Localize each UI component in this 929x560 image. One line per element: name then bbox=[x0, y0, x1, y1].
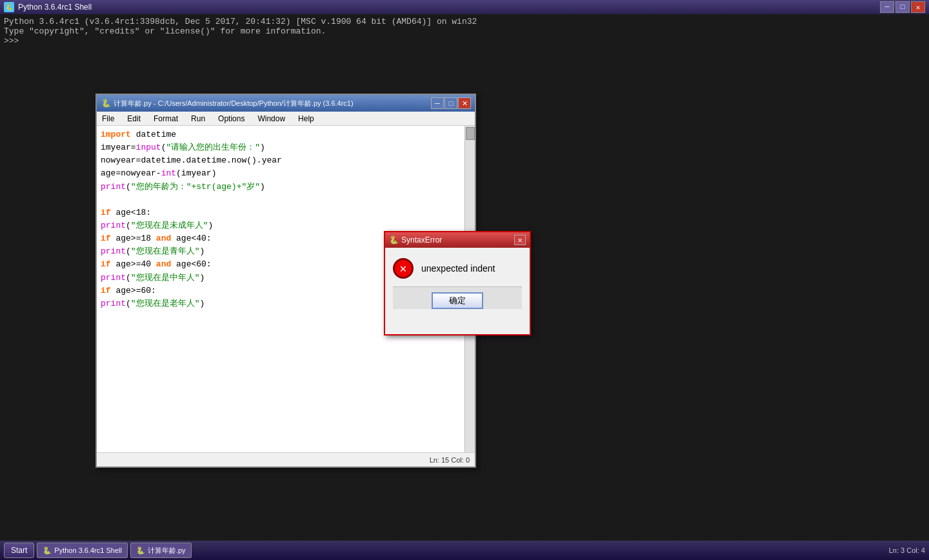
taskbar-shell-item[interactable]: 🐍 Python 3.6.4rc1 Shell bbox=[37, 543, 128, 558]
syntax-dialog-close-button[interactable]: ✕ bbox=[514, 235, 526, 245]
shell-maximize-button[interactable]: □ bbox=[895, 1, 910, 13]
editor-title-text: 计算年龄.py - C:/Users/Administrator/Desktop… bbox=[114, 99, 428, 108]
editor-maximize-button[interactable]: □ bbox=[445, 97, 457, 109]
shell-title-text: Python 3.6.4rc1 Shell bbox=[18, 3, 876, 12]
code-line-4: age=nowyear-int(imyear) bbox=[101, 167, 461, 180]
shell-minimize-button[interactable]: ─ bbox=[880, 1, 894, 13]
shell-titlebar: 🐍 Python 3.6.4rc1 Shell ─ □ ✕ bbox=[0, 0, 929, 14]
error-icon: ✕ bbox=[393, 258, 414, 279]
taskbar-shell-label: Python 3.6.4rc1 Shell bbox=[54, 546, 122, 554]
editor-titlebar: 🐍 计算年龄.py - C:/Users/Administrator/Deskt… bbox=[97, 95, 475, 112]
menu-edit[interactable]: Edit bbox=[125, 113, 143, 125]
syntax-dialog-body: ✕ unexpected indent 确定 bbox=[385, 248, 530, 314]
code-line-5: print("您的年龄为："+str(age)+"岁") bbox=[101, 181, 461, 194]
code-line-1: import datetime bbox=[101, 128, 461, 141]
start-button[interactable]: Start bbox=[4, 543, 34, 558]
shell-line1: Python 3.6.4rc1 (v3.6.4rc1:3398dcb, Dec … bbox=[4, 17, 925, 26]
taskbar-status: Ln: 3 Col: 4 bbox=[889, 546, 925, 554]
menu-file[interactable]: File bbox=[99, 113, 117, 125]
shell-window-buttons: ─ □ ✕ bbox=[880, 1, 925, 13]
menu-options[interactable]: Options bbox=[215, 113, 247, 125]
code-line-empty bbox=[101, 194, 461, 206]
menu-help[interactable]: Help bbox=[295, 113, 317, 125]
syntax-dialog-titlebar: 🐍 SyntaxError ✕ bbox=[385, 232, 530, 248]
editor-close-button[interactable]: ✕ bbox=[458, 97, 471, 109]
syntax-error-dialog: 🐍 SyntaxError ✕ ✕ unexpected indent 确定 bbox=[384, 231, 531, 335]
taskbar-editor-label: 计算年龄.py bbox=[148, 546, 186, 555]
editor-status-text: Ln: 15 Col: 0 bbox=[430, 456, 470, 464]
taskbar-bottom: Start 🐍 Python 3.6.4rc1 Shell 🐍 计算年龄.py … bbox=[0, 541, 929, 560]
taskbar-shell-icon: 🐍 bbox=[43, 546, 52, 555]
editor-menubar: File Edit Format Run Options Window Help bbox=[97, 112, 475, 126]
error-message-text: unexpected indent bbox=[421, 263, 495, 274]
editor-statusbar: Ln: 15 Col: 0 bbox=[97, 452, 475, 466]
editor-window-buttons: ─ □ ✕ bbox=[431, 97, 471, 109]
menu-format[interactable]: Format bbox=[151, 113, 181, 125]
syntax-message-row: ✕ unexpected indent bbox=[393, 258, 522, 279]
code-line-2: imyear=input("请输入您的出生年份：") bbox=[101, 141, 461, 154]
syntax-dialog-footer: 确定 bbox=[393, 286, 522, 309]
syntax-ok-button[interactable]: 确定 bbox=[432, 292, 483, 309]
editor-minimize-button[interactable]: ─ bbox=[431, 97, 444, 109]
shell-title-icon: 🐍 bbox=[4, 2, 14, 12]
menu-run[interactable]: Run bbox=[188, 113, 208, 125]
syntax-dialog-title: SyntaxError bbox=[401, 235, 512, 245]
code-line-6: if age<18: bbox=[101, 206, 461, 219]
taskbar-editor-icon: 🐍 bbox=[136, 546, 145, 555]
shell-line2: Type "copyright", "credits" or "license(… bbox=[4, 26, 925, 36]
editor-title-icon: 🐍 bbox=[101, 98, 111, 108]
syntax-title-icon: 🐍 bbox=[389, 235, 399, 245]
menu-window[interactable]: Window bbox=[255, 113, 288, 125]
shell-line3: >>> bbox=[4, 36, 925, 46]
shell-close-button[interactable]: ✕ bbox=[911, 1, 925, 13]
scrollbar-thumb[interactable] bbox=[466, 127, 475, 140]
taskbar-editor-item[interactable]: 🐍 计算年龄.py bbox=[130, 543, 192, 558]
code-line-3: nowyear=datetime.datetime.now().year bbox=[101, 154, 461, 167]
